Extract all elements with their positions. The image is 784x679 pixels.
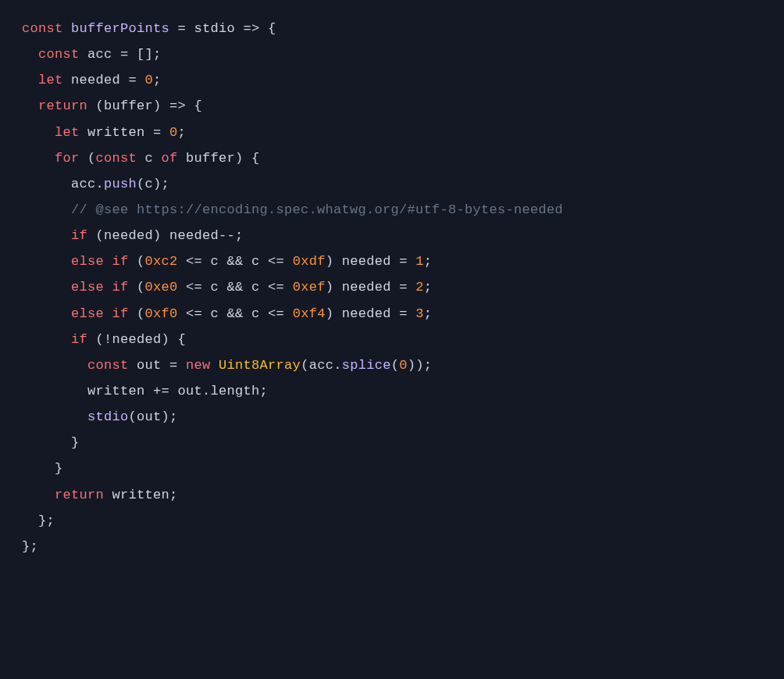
- code-line: return written;: [22, 488, 178, 502]
- code-line: let needed = 0;: [22, 73, 162, 88]
- code-line: const acc = [];: [22, 47, 162, 62]
- code-line: return (buffer) => {: [22, 98, 202, 113]
- code-line: const out = new Uint8Array(acc.splice(0)…: [22, 358, 432, 373]
- code-line: acc.push(c);: [22, 177, 169, 191]
- code-line: if (needed) needed--;: [22, 228, 244, 243]
- code-line: if (!needed) {: [22, 332, 186, 347]
- code-line: };: [22, 513, 55, 528]
- code-line: }: [22, 461, 63, 476]
- code-line: else if (0xc2 <= c && c <= 0xdf) needed …: [22, 254, 432, 269]
- code-line: for (const c of buffer) {: [22, 151, 260, 166]
- code-line: else if (0xe0 <= c && c <= 0xef) needed …: [22, 280, 432, 295]
- code-line: let written = 0;: [22, 125, 186, 140]
- code-line: }: [22, 435, 80, 450]
- code-block: const bufferPoints = stdio => { const ac…: [22, 16, 762, 559]
- code-line: else if (0xf0 <= c && c <= 0xf4) needed …: [22, 306, 432, 321]
- code-line: stdio(out);: [22, 409, 178, 424]
- code-line: // @see https://encoding.spec.whatwg.org…: [22, 202, 563, 217]
- code-line: const bufferPoints = stdio => {: [22, 21, 276, 36]
- code-line: };: [22, 539, 38, 554]
- comment: // @see https://encoding.spec.whatwg.org…: [71, 202, 563, 217]
- code-line: written += out.length;: [22, 384, 268, 398]
